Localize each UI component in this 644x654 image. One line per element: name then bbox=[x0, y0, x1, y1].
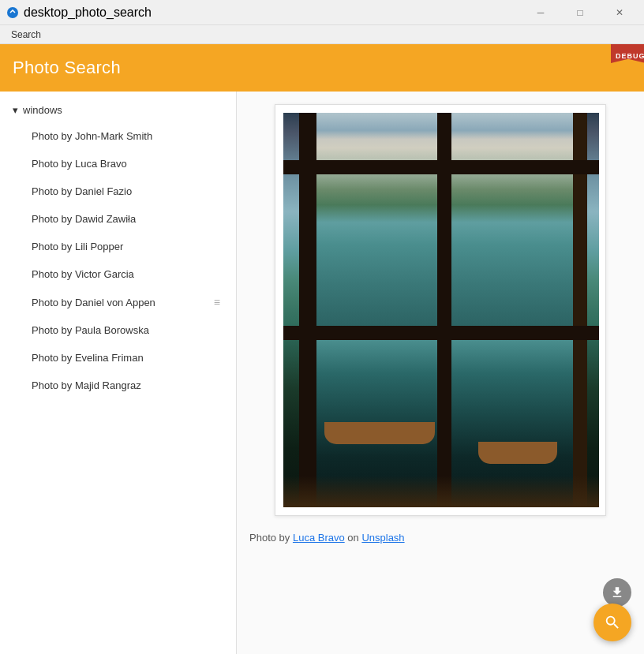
window-controls: ─ □ ✕ bbox=[522, 0, 638, 25]
list-item[interactable]: Photo by Dawid Zawiła bbox=[0, 205, 236, 233]
list-item[interactable]: Photo by Victor Garcia bbox=[0, 260, 236, 288]
category-header[interactable]: ▾ windows bbox=[0, 98, 236, 122]
close-button[interactable]: ✕ bbox=[601, 0, 638, 25]
drag-handle-icon: ≡ bbox=[214, 296, 220, 308]
photo-caption: Photo by Luca Bravo on Unsplash bbox=[249, 532, 631, 544]
caption-on: on bbox=[345, 532, 362, 544]
platform-link[interactable]: Unsplash bbox=[361, 532, 404, 544]
photo-frame bbox=[275, 104, 606, 516]
chevron-down-icon: ▾ bbox=[13, 104, 18, 116]
boat-2 bbox=[478, 442, 557, 464]
caption-prefix: Photo by bbox=[249, 532, 293, 544]
app-header: Photo Search DEBUG bbox=[0, 44, 644, 92]
caption-area: Photo by Luca Bravo on Unsplash bbox=[249, 522, 631, 544]
list-item[interactable]: Photo by Luca Bravo bbox=[0, 150, 236, 178]
app-icon bbox=[6, 6, 19, 19]
menu-bar: Search bbox=[0, 25, 644, 44]
debug-badge: DEBUG bbox=[611, 44, 644, 63]
caption-text: Photo by Luca Bravo on Unsplash bbox=[249, 532, 405, 544]
category-label: windows bbox=[23, 104, 62, 116]
app-title: desktop_photo_search bbox=[24, 6, 152, 20]
app-header-title: Photo Search bbox=[13, 58, 121, 78]
list-item[interactable]: Photo by Daniel von Appen ≡ bbox=[0, 288, 236, 316]
list-item[interactable]: Photo by Majid Rangraz bbox=[0, 372, 236, 399]
title-bar: desktop_photo_search ─ □ ✕ bbox=[0, 0, 644, 25]
minimize-button[interactable]: ─ bbox=[522, 0, 559, 25]
boat-1 bbox=[324, 422, 435, 444]
download-button[interactable] bbox=[603, 578, 631, 607]
content-panel: Photo by Luca Bravo on Unsplash bbox=[237, 92, 644, 654]
main-content: ▾ windows Photo by John-Mark Smith Photo… bbox=[0, 92, 644, 654]
list-item[interactable]: Photo by Daniel Fazio bbox=[0, 178, 236, 205]
frame-middle bbox=[283, 326, 599, 340]
list-item[interactable]: Photo by Evelina Friman bbox=[0, 344, 236, 372]
frame-top bbox=[283, 160, 599, 174]
window-overlay bbox=[283, 113, 599, 507]
search-fab-button[interactable] bbox=[593, 604, 631, 641]
maximize-button[interactable]: □ bbox=[562, 0, 598, 25]
list-item[interactable]: Photo by Lili Popper bbox=[0, 233, 236, 260]
photographer-link[interactable]: Luca Bravo bbox=[293, 532, 345, 544]
title-bar-left: desktop_photo_search bbox=[6, 6, 152, 20]
sidebar: ▾ windows Photo by John-Mark Smith Photo… bbox=[0, 92, 237, 654]
svg-point-0 bbox=[7, 7, 18, 18]
list-item[interactable]: Photo by Paula Borowska bbox=[0, 316, 236, 344]
list-item[interactable]: Photo by John-Mark Smith bbox=[0, 122, 236, 150]
list-item-label: Photo by Daniel von Appen bbox=[32, 297, 155, 308]
menu-item-search[interactable]: Search bbox=[6, 28, 46, 42]
photo-image bbox=[283, 113, 599, 507]
frame-bottom-edge bbox=[283, 476, 599, 507]
